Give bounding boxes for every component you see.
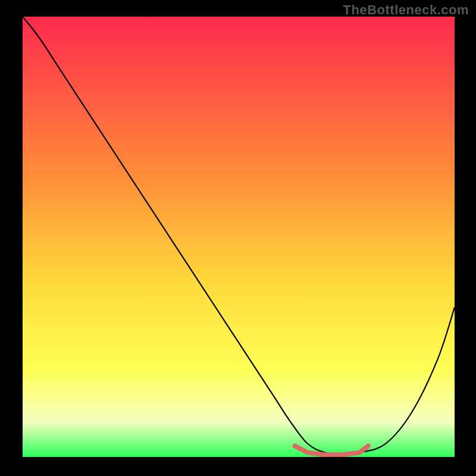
watermark-text: TheBottleneck.com [343,2,469,18]
chart-frame: TheBottleneck.com [0,0,476,476]
gradient-background [23,17,455,457]
chart-svg [23,17,455,457]
plot-area [23,17,455,457]
